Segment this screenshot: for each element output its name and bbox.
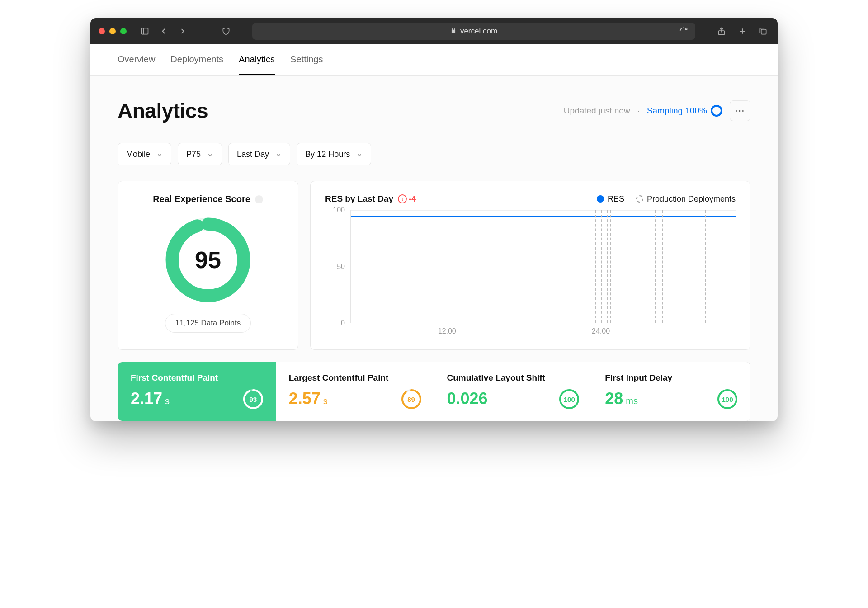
res-score-value: 95 (165, 217, 251, 303)
tab-settings[interactable]: Settings (290, 44, 323, 75)
deployment-marker (595, 210, 596, 323)
lock-icon (450, 27, 457, 36)
new-tab-icon[interactable] (736, 25, 749, 38)
page-tabs: Overview Deployments Analytics Settings (90, 44, 778, 76)
res-gauge: 95 (165, 217, 251, 303)
arrow-down-circle-icon: ↓ (398, 194, 407, 203)
select-label: Last Day (237, 150, 269, 159)
metric-fid[interactable]: First Input Delay28ms100 (592, 362, 750, 421)
url-bar[interactable]: vercel.com (252, 23, 695, 40)
range-select[interactable]: Last Day (228, 143, 290, 165)
metric-score-gauge: 89 (401, 388, 422, 410)
chevron-down-icon (156, 151, 163, 157)
reload-button[interactable] (677, 25, 690, 38)
deployment-marker (607, 210, 608, 323)
metric-name: First Input Delay (605, 373, 737, 383)
metric-lcp[interactable]: Largest Contentful Paint2.57s89 (276, 362, 434, 421)
legend-res: RES (597, 194, 624, 204)
tab-label: Deployments (170, 54, 223, 65)
separator-dot: · (637, 106, 640, 116)
maximize-window-button[interactable] (120, 28, 127, 34)
y-axis: 050100 (325, 210, 348, 323)
deployment-marker (662, 210, 663, 323)
sidebar-toggle-icon[interactable] (138, 25, 151, 38)
close-window-button[interactable] (99, 28, 105, 34)
tab-label: Analytics (239, 54, 275, 65)
sampling-label: Sampling 100% (647, 106, 707, 116)
sampling-button[interactable]: Sampling 100% (647, 105, 722, 117)
metric-name: First Contentful Paint (131, 373, 263, 383)
chart-plot-area[interactable]: 12:0024:00 (350, 210, 736, 323)
minimize-window-button[interactable] (109, 28, 116, 34)
chart-title: RES by Last Day (325, 194, 393, 204)
data-points-badge[interactable]: 11,125 Data Points (165, 314, 251, 333)
svg-rect-5 (761, 29, 766, 34)
metric-cls[interactable]: Cumulative Layout Shift0.026100 (434, 362, 593, 421)
title-bar: vercel.com (90, 18, 778, 44)
tab-label: Overview (118, 54, 155, 65)
res-score-card: Real Experience Score i 95 11,125 Data P… (118, 181, 298, 350)
chart-legend: RES Production Deployments (597, 194, 736, 204)
updated-label: Updated just now (564, 106, 630, 116)
content-area: Analytics Updated just now · Sampling 10… (90, 76, 778, 421)
legend-dot-icon (597, 195, 604, 203)
back-button[interactable] (157, 25, 170, 38)
legend-label: Production Deployments (647, 194, 736, 204)
page-header: Analytics Updated just now · Sampling 10… (118, 99, 750, 123)
chart-body: 050100 12:0024:00 (325, 210, 736, 337)
deployment-marker (590, 210, 590, 323)
traffic-lights (99, 28, 127, 34)
web-vitals-row: First Contentful Paint2.17s93Largest Con… (118, 362, 750, 421)
url-host: vercel.com (460, 27, 497, 36)
forward-button[interactable] (176, 25, 189, 38)
metric-score-gauge: 100 (717, 388, 738, 410)
shield-icon[interactable] (220, 25, 232, 38)
chevron-down-icon (275, 151, 282, 157)
tab-deployments[interactable]: Deployments (170, 44, 223, 75)
select-label: Mobile (126, 150, 150, 159)
browser-window: vercel.com Overview Deployments Analytic… (90, 18, 778, 421)
info-icon[interactable]: i (255, 195, 263, 203)
deployment-marker (705, 210, 706, 323)
percentile-select[interactable]: P75 (178, 143, 222, 165)
metric-score-gauge: 93 (242, 388, 264, 410)
deployment-marker (610, 210, 611, 323)
tabs-overview-icon[interactable] (757, 25, 769, 38)
legend-label: RES (608, 194, 624, 204)
filter-bar: Mobile P75 Last Day By 12 Hours (118, 143, 750, 165)
groupby-select[interactable]: By 12 Hours (297, 143, 371, 165)
legend-deployments: Production Deployments (636, 194, 736, 204)
device-select[interactable]: Mobile (118, 143, 171, 165)
share-icon[interactable] (715, 25, 728, 38)
metric-name: Largest Contentful Paint (289, 373, 421, 383)
chevron-down-icon (207, 151, 213, 157)
select-label: P75 (186, 150, 201, 159)
page-title: Analytics (118, 99, 208, 123)
x-tick: 24:00 (592, 327, 610, 335)
y-tick: 0 (341, 319, 345, 327)
chart-delta-value: -4 (409, 194, 416, 204)
metric-fcp[interactable]: First Contentful Paint2.17s93 (118, 362, 276, 421)
legend-dashed-icon (636, 195, 643, 203)
svg-rect-0 (142, 28, 148, 34)
chevron-down-icon (356, 151, 363, 157)
res-line (351, 216, 736, 217)
tab-analytics[interactable]: Analytics (239, 44, 275, 75)
metric-name: Cumulative Layout Shift (447, 373, 580, 383)
deployment-marker (655, 210, 656, 323)
select-label: By 12 Hours (305, 150, 350, 159)
y-tick: 50 (337, 263, 345, 271)
metric-score-gauge: 100 (558, 388, 580, 410)
y-tick: 100 (333, 206, 345, 214)
tab-label: Settings (290, 54, 323, 65)
res-chart-card: RES by Last Day ↓ -4 RES Pr (310, 181, 750, 350)
sampling-ring-icon (711, 105, 722, 117)
chart-delta: ↓ -4 (398, 194, 416, 204)
score-title: Real Experience Score (153, 194, 250, 204)
x-tick: 12:00 (438, 327, 456, 335)
more-menu-button[interactable]: ⋯ (730, 100, 750, 121)
deployment-marker (601, 210, 602, 323)
tab-overview[interactable]: Overview (118, 44, 155, 75)
